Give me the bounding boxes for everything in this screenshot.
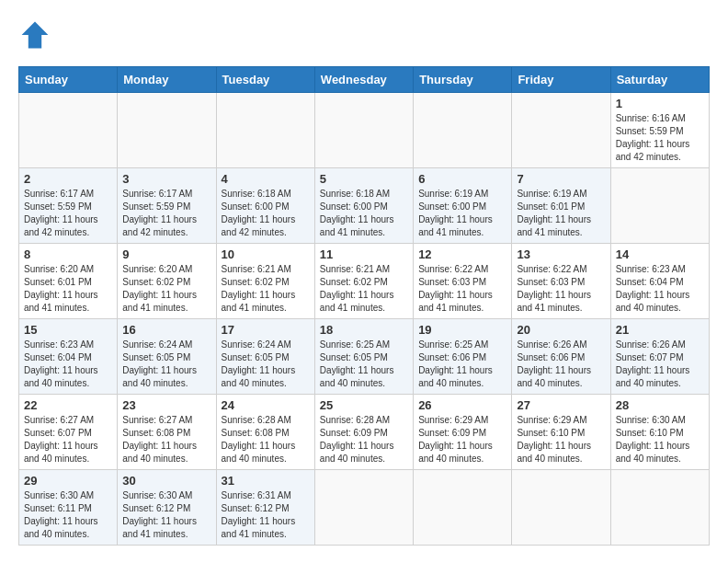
calendar-header-monday: Monday <box>118 67 216 93</box>
day-info: Sunrise: 6:25 AM Sunset: 6:06 PM Dayligh… <box>418 339 506 390</box>
day-number: 16 <box>122 323 210 337</box>
calendar-table: SundayMondayTuesdayWednesdayThursdayFrid… <box>18 66 710 546</box>
day-info: Sunrise: 6:26 AM Sunset: 6:07 PM Dayligh… <box>616 339 704 390</box>
day-number: 21 <box>616 323 704 337</box>
calendar-header-sunday: Sunday <box>19 67 118 93</box>
day-info: Sunrise: 6:27 AM Sunset: 6:08 PM Dayligh… <box>122 414 210 465</box>
day-number: 8 <box>24 247 112 261</box>
calendar-cell: 25Sunrise: 6:28 AM Sunset: 6:09 PM Dayli… <box>314 395 413 470</box>
calendar-week-6: 29Sunrise: 6:30 AM Sunset: 6:11 PM Dayli… <box>19 470 710 546</box>
day-number: 10 <box>222 247 310 261</box>
day-number: 13 <box>517 247 605 261</box>
day-info: Sunrise: 6:21 AM Sunset: 6:02 PM Dayligh… <box>222 263 310 315</box>
day-info: Sunrise: 6:26 AM Sunset: 6:06 PM Dayligh… <box>517 339 605 390</box>
calendar-cell: 31Sunrise: 6:31 AM Sunset: 6:12 PM Dayli… <box>216 470 314 546</box>
day-info: Sunrise: 6:30 AM Sunset: 6:12 PM Dayligh… <box>122 489 210 541</box>
calendar-cell: 29Sunrise: 6:30 AM Sunset: 6:11 PM Dayli… <box>19 470 118 546</box>
day-info: Sunrise: 6:19 AM Sunset: 6:00 PM Dayligh… <box>418 188 506 239</box>
day-number: 31 <box>222 474 310 488</box>
calendar-cell: 21Sunrise: 6:26 AM Sunset: 6:07 PM Dayli… <box>610 319 709 395</box>
calendar-cell <box>118 93 216 168</box>
calendar-cell: 24Sunrise: 6:28 AM Sunset: 6:08 PM Dayli… <box>216 395 314 470</box>
day-number: 26 <box>418 398 506 412</box>
day-info: Sunrise: 6:20 AM Sunset: 6:02 PM Dayligh… <box>122 263 210 315</box>
calendar-cell: 28Sunrise: 6:30 AM Sunset: 6:10 PM Dayli… <box>610 395 709 470</box>
calendar-cell: 17Sunrise: 6:24 AM Sunset: 6:05 PM Dayli… <box>216 319 314 395</box>
calendar-cell <box>314 93 413 168</box>
day-info: Sunrise: 6:28 AM Sunset: 6:09 PM Dayligh… <box>320 414 408 465</box>
page-header <box>18 18 710 52</box>
day-info: Sunrise: 6:20 AM Sunset: 6:01 PM Dayligh… <box>24 263 112 315</box>
day-number: 11 <box>320 247 408 261</box>
day-number: 2 <box>24 172 112 186</box>
calendar-cell: 6Sunrise: 6:19 AM Sunset: 6:00 PM Daylig… <box>414 168 512 244</box>
day-number: 27 <box>517 398 605 412</box>
day-info: Sunrise: 6:19 AM Sunset: 6:01 PM Dayligh… <box>517 188 605 239</box>
day-info: Sunrise: 6:22 AM Sunset: 6:03 PM Dayligh… <box>418 263 506 315</box>
calendar-cell: 15Sunrise: 6:23 AM Sunset: 6:04 PM Dayli… <box>19 319 118 395</box>
calendar-cell: 9Sunrise: 6:20 AM Sunset: 6:02 PM Daylig… <box>118 244 216 319</box>
day-number: 12 <box>418 247 506 261</box>
day-number: 23 <box>122 398 210 412</box>
day-info: Sunrise: 6:30 AM Sunset: 6:11 PM Dayligh… <box>24 489 112 541</box>
day-info: Sunrise: 6:29 AM Sunset: 6:09 PM Dayligh… <box>418 414 506 465</box>
calendar-cell: 3Sunrise: 6:17 AM Sunset: 5:59 PM Daylig… <box>118 168 216 244</box>
calendar-cell: 10Sunrise: 6:21 AM Sunset: 6:02 PM Dayli… <box>216 244 314 319</box>
day-info: Sunrise: 6:23 AM Sunset: 6:04 PM Dayligh… <box>24 339 112 390</box>
calendar-week-4: 15Sunrise: 6:23 AM Sunset: 6:04 PM Dayli… <box>19 319 710 395</box>
calendar-cell: 18Sunrise: 6:25 AM Sunset: 6:05 PM Dayli… <box>314 319 413 395</box>
day-number: 30 <box>122 474 210 488</box>
calendar-cell: 14Sunrise: 6:23 AM Sunset: 6:04 PM Dayli… <box>610 244 709 319</box>
day-number: 24 <box>222 398 310 412</box>
calendar-cell: 23Sunrise: 6:27 AM Sunset: 6:08 PM Dayli… <box>118 395 216 470</box>
day-number: 3 <box>122 172 210 186</box>
day-info: Sunrise: 6:17 AM Sunset: 5:59 PM Dayligh… <box>24 188 112 239</box>
day-number: 19 <box>418 323 506 337</box>
day-number: 14 <box>616 247 704 261</box>
svg-marker-0 <box>22 22 49 49</box>
calendar-cell <box>610 168 709 244</box>
calendar-header-saturday: Saturday <box>610 67 709 93</box>
calendar-cell: 27Sunrise: 6:29 AM Sunset: 6:10 PM Dayli… <box>512 395 610 470</box>
calendar-cell <box>314 470 413 546</box>
calendar-cell: 26Sunrise: 6:29 AM Sunset: 6:09 PM Dayli… <box>414 395 512 470</box>
day-number: 9 <box>122 247 210 261</box>
calendar-header-row: SundayMondayTuesdayWednesdayThursdayFrid… <box>19 67 710 93</box>
calendar-week-5: 22Sunrise: 6:27 AM Sunset: 6:07 PM Dayli… <box>19 395 710 470</box>
day-number: 18 <box>320 323 408 337</box>
logo <box>18 18 55 52</box>
day-info: Sunrise: 6:24 AM Sunset: 6:05 PM Dayligh… <box>122 339 210 390</box>
calendar-cell <box>414 470 512 546</box>
day-number: 25 <box>320 398 408 412</box>
calendar-cell: 22Sunrise: 6:27 AM Sunset: 6:07 PM Dayli… <box>19 395 118 470</box>
day-info: Sunrise: 6:31 AM Sunset: 6:12 PM Dayligh… <box>222 489 310 541</box>
logo-icon <box>18 18 51 52</box>
day-number: 4 <box>222 172 310 186</box>
day-info: Sunrise: 6:21 AM Sunset: 6:02 PM Dayligh… <box>320 263 408 315</box>
calendar-cell: 11Sunrise: 6:21 AM Sunset: 6:02 PM Dayli… <box>314 244 413 319</box>
day-number: 20 <box>517 323 605 337</box>
calendar-cell: 30Sunrise: 6:30 AM Sunset: 6:12 PM Dayli… <box>118 470 216 546</box>
day-number: 5 <box>320 172 408 186</box>
calendar-header-friday: Friday <box>512 67 610 93</box>
calendar-cell: 20Sunrise: 6:26 AM Sunset: 6:06 PM Dayli… <box>512 319 610 395</box>
day-number: 17 <box>222 323 310 337</box>
calendar-cell: 12Sunrise: 6:22 AM Sunset: 6:03 PM Dayli… <box>414 244 512 319</box>
calendar-header-wednesday: Wednesday <box>314 67 413 93</box>
calendar-cell: 19Sunrise: 6:25 AM Sunset: 6:06 PM Dayli… <box>414 319 512 395</box>
day-number: 22 <box>24 398 112 412</box>
calendar-cell: 7Sunrise: 6:19 AM Sunset: 6:01 PM Daylig… <box>512 168 610 244</box>
day-info: Sunrise: 6:22 AM Sunset: 6:03 PM Dayligh… <box>517 263 605 315</box>
day-info: Sunrise: 6:28 AM Sunset: 6:08 PM Dayligh… <box>222 414 310 465</box>
day-number: 7 <box>517 172 605 186</box>
day-number: 6 <box>418 172 506 186</box>
calendar-cell <box>414 93 512 168</box>
calendar-cell <box>216 93 314 168</box>
calendar-cell <box>19 93 118 168</box>
calendar-cell <box>512 470 610 546</box>
day-info: Sunrise: 6:29 AM Sunset: 6:10 PM Dayligh… <box>517 414 605 465</box>
day-info: Sunrise: 6:16 AM Sunset: 5:59 PM Dayligh… <box>616 112 704 164</box>
calendar-cell: 13Sunrise: 6:22 AM Sunset: 6:03 PM Dayli… <box>512 244 610 319</box>
calendar-cell: 5Sunrise: 6:18 AM Sunset: 6:00 PM Daylig… <box>314 168 413 244</box>
day-info: Sunrise: 6:18 AM Sunset: 6:00 PM Dayligh… <box>222 188 310 239</box>
